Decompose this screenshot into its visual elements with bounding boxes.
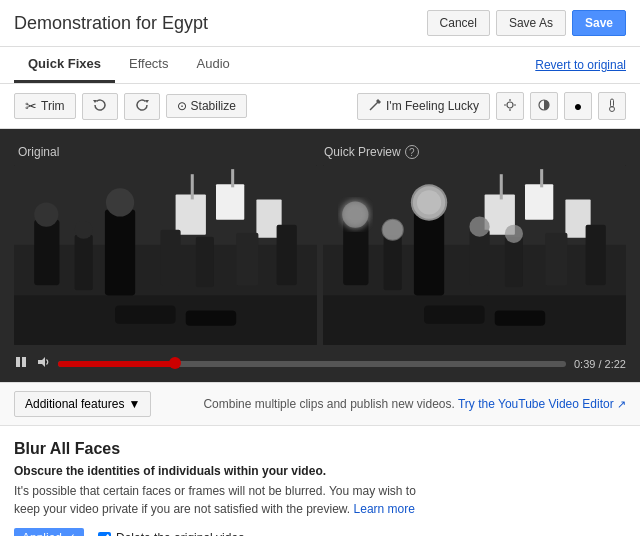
feeling-lucky-button[interactable]: I'm Feeling Lucky [357,93,490,120]
preview-frame [323,165,626,345]
svg-rect-27 [115,306,176,324]
svg-line-2 [370,102,378,110]
brightness-button[interactable] [496,92,524,120]
svg-rect-43 [414,210,444,296]
wand-icon [368,98,382,115]
svg-marker-1 [145,100,149,103]
original-frame [14,165,317,345]
bottom-bar: Additional features ▼ Combine multiple c… [0,382,640,425]
tabs-bar: Quick Fixes Effects Audio Revert to orig… [0,47,640,84]
original-video-panel [14,165,317,345]
svg-rect-18 [75,235,93,291]
svg-point-46 [417,190,441,214]
svg-rect-40 [384,235,402,291]
additional-features-button[interactable]: Additional features ▼ [14,391,151,417]
svg-rect-37 [343,220,368,286]
video-editor-link[interactable]: Try the YouTube Video Editor [458,397,614,411]
stabilize-button[interactable]: ⊙ Stabilize [166,94,247,118]
applied-badge: Applied ✓ [14,528,84,536]
save-button[interactable]: Save [572,10,626,36]
external-link-icon: ↗ [617,398,626,410]
svg-point-4 [507,102,513,108]
volume-button[interactable] [36,355,50,372]
page-header: Demonstration for Egypt Cancel Save As S… [0,0,640,47]
svg-marker-62 [38,357,45,367]
svg-rect-30 [196,237,214,288]
trim-button[interactable]: ✂ Trim [14,93,76,119]
learn-more-link[interactable]: Learn more [354,502,415,516]
svg-rect-60 [16,357,20,367]
video-area: Original Quick Preview ? [0,129,640,382]
svg-rect-58 [424,306,485,324]
svg-marker-0 [93,100,97,103]
svg-rect-20 [105,210,135,296]
svg-rect-57 [586,225,606,286]
pause-button[interactable] [14,355,28,372]
svg-point-17 [34,202,58,226]
video-controls: 0:39 / 2:22 [14,355,626,372]
progress-thumb [169,357,181,369]
svg-rect-54 [505,237,523,288]
svg-point-19 [75,221,93,239]
revert-link[interactable]: Revert to original [535,58,626,72]
svg-rect-52 [469,230,489,286]
header-actions: Cancel Save As Save [427,10,626,36]
blur-subtitle: Obscure the identities of individuals wi… [14,464,626,478]
scissors-icon: ✂ [25,98,37,114]
original-scene [14,165,317,345]
delete-original-checkbox[interactable] [98,532,111,537]
tab-quick-fixes[interactable]: Quick Fixes [14,47,115,83]
svg-rect-49 [525,184,553,219]
svg-rect-50 [540,169,543,187]
progress-bar-container[interactable] [58,361,566,367]
saturation-icon: ● [574,98,582,114]
svg-rect-16 [34,220,59,286]
preview-scene [323,165,626,345]
saturation-button[interactable]: ● [564,92,592,120]
original-label: Original [14,145,320,159]
blur-description: It's possible that certain faces or fram… [14,482,434,518]
save-as-button[interactable]: Save As [496,10,566,36]
svg-rect-22 [176,194,206,234]
svg-rect-31 [236,233,258,286]
blur-title: Blur All Faces [14,440,626,458]
contrast-icon [537,98,551,115]
blur-actions: Applied ✓ Delete the original video [14,528,626,536]
svg-rect-24 [216,184,244,219]
progress-bar[interactable] [58,361,566,367]
video-panels [14,165,626,345]
time-display: 0:39 / 2:22 [574,358,626,370]
preview-label: Quick Preview ? [320,145,626,159]
brightness-icon [503,98,517,115]
svg-rect-48 [500,174,503,199]
page-title: Demonstration for Egypt [14,13,208,34]
svg-rect-61 [22,357,26,367]
cancel-button[interactable]: Cancel [427,10,490,36]
svg-rect-28 [186,311,237,326]
delete-original-checkbox-label[interactable]: Delete the original video [98,531,245,536]
tab-audio[interactable]: Audio [183,47,244,83]
stabilize-icon: ⊙ [177,99,187,113]
svg-point-39 [342,201,368,227]
svg-rect-59 [495,311,546,326]
svg-rect-56 [545,233,567,286]
svg-rect-29 [160,230,180,286]
editor-promo: Combine multiple clips and publish new v… [203,397,626,411]
dropdown-arrow-icon: ▼ [128,397,140,411]
svg-rect-23 [191,174,194,199]
rotate-ccw-button[interactable] [82,93,118,120]
svg-point-42 [383,220,403,240]
rotate-cw-button[interactable] [124,93,160,120]
progress-fill [58,361,175,367]
svg-point-55 [505,225,523,243]
svg-rect-10 [611,99,614,107]
tab-group: Quick Fixes Effects Audio [14,47,244,83]
video-labels: Original Quick Preview ? [14,145,626,159]
temperature-button[interactable] [598,92,626,120]
checkmark-icon: ✓ [66,531,76,536]
blur-section: Blur All Faces Obscure the identities of… [0,425,640,536]
help-icon[interactable]: ? [405,145,419,159]
tab-effects[interactable]: Effects [115,47,183,83]
svg-rect-25 [231,169,234,187]
contrast-button[interactable] [530,92,558,120]
